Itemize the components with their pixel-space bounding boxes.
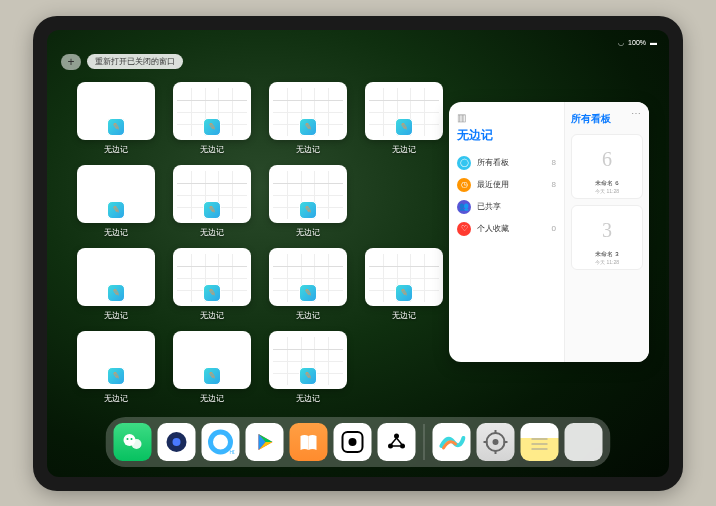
window-card[interactable]: 无边记 [171,165,253,238]
app-badge-icon [203,201,221,219]
sidebar-item[interactable]: ◷最近使用8 [457,174,556,196]
battery-label: 100% [628,39,646,46]
app-badge-icon [107,201,125,219]
board-sketch: 3 [576,214,638,248]
board-date: 今天 11:28 [576,259,638,265]
window-card[interactable]: 无边记 [267,82,349,155]
app-library-icon[interactable] [565,423,603,461]
window-thumb [77,165,155,223]
window-thumb [269,82,347,140]
window-thumb [173,331,251,389]
svg-point-9 [349,438,357,446]
settings-icon[interactable] [477,423,515,461]
sidebar-item-count: 0 [552,224,556,233]
board-label: 未命名 3 [576,250,638,259]
app-badge-icon [299,367,317,385]
reopen-closed-window-button[interactable]: 重新打开已关闭的窗口 [87,54,183,69]
sidebar-item-label: 个人收藏 [477,223,509,234]
new-window-button[interactable]: + [61,54,81,70]
status-right: ◡ 100% ▬ [618,39,657,47]
app-badge-icon [107,118,125,136]
board-card[interactable]: 6未命名 6今天 11:28 [571,134,643,199]
app-badge-icon [107,284,125,302]
window-thumb [269,165,347,223]
app-badge-icon [203,367,221,385]
dock: HD [106,417,611,467]
sidebar-item-label: 所有看板 [477,157,509,168]
window-label: 无边记 [296,310,320,321]
window-card[interactable]: 无边记 [363,82,445,155]
window-card[interactable]: 无边记 [267,165,349,238]
sidebar-collapse-icon[interactable]: ▥ [457,112,556,123]
window-thumb [173,165,251,223]
qq-dark-icon[interactable] [158,423,196,461]
window-card[interactable]: 无边记 [171,82,253,155]
sidebar-item-icon: ♡ [457,222,471,236]
books-icon[interactable] [290,423,328,461]
window-card[interactable]: 无边记 [363,248,445,321]
svg-point-14 [493,439,499,445]
window-label: 无边记 [200,310,224,321]
svg-point-3 [131,438,133,440]
ipad-frame: ◡ 100% ▬ + 重新打开已关闭的窗口 无边记无边记无边记无边记无边记无边记… [33,16,683,491]
svg-text:HD: HD [230,449,235,455]
window-card[interactable]: 无边记 [171,331,253,404]
window-label: 无边记 [104,227,128,238]
window-card[interactable]: 无边记 [75,248,157,321]
slideover-panel: ⋯ ▥ 无边记 ◯所有看板8◷最近使用8👥已共享♡个人收藏0 所有看板 6未命名… [449,102,649,362]
window-thumb [173,248,251,306]
svg-point-6 [211,432,231,452]
ipad-screen: ◡ 100% ▬ + 重新打开已关闭的窗口 无边记无边记无边记无边记无边记无边记… [47,30,669,477]
battery-icon: ▬ [650,39,657,46]
wifi-icon: ◡ [618,39,624,47]
window-label: 无边记 [296,393,320,404]
notes-icon[interactable] [521,423,559,461]
svg-point-2 [127,438,129,440]
app-badge-icon [299,118,317,136]
cluster-icon[interactable] [378,423,416,461]
app-badge-icon [395,118,413,136]
window-thumb [77,82,155,140]
app-badge-icon [203,284,221,302]
windows-area: 无边记无边记无边记无边记无边记无边记无边记无边记无边记无边记无边记无边记无边记无… [75,82,445,404]
dock-separator [424,424,425,460]
panel-more-icon[interactable]: ⋯ [631,108,641,119]
window-label: 无边记 [296,144,320,155]
board-card[interactable]: 3未命名 3今天 11:28 [571,205,643,270]
svg-point-1 [132,439,142,449]
sidebar-item-icon: ◷ [457,178,471,192]
window-label: 无边记 [200,393,224,404]
board-sketch: 6 [576,143,638,177]
sidebar-item[interactable]: ♡个人收藏0 [457,218,556,240]
app-badge-icon [299,201,317,219]
window-card[interactable]: 无边记 [267,331,349,404]
dice-icon[interactable] [334,423,372,461]
sidebar-item-icon: ◯ [457,156,471,170]
sidebar-item-label: 已共享 [477,201,501,212]
window-thumb [365,82,443,140]
app-badge-icon [395,284,413,302]
window-label: 无边记 [392,310,416,321]
app-badge-icon [107,367,125,385]
window-thumb [269,248,347,306]
window-card[interactable]: 无边记 [75,331,157,404]
wechat-icon[interactable] [114,423,152,461]
sidebar-item-icon: 👥 [457,200,471,214]
freeform-icon[interactable] [433,423,471,461]
sidebar-item[interactable]: ◯所有看板8 [457,152,556,174]
qq-light-icon[interactable]: HD [202,423,240,461]
window-card[interactable]: 无边记 [75,82,157,155]
window-thumb [269,331,347,389]
sidebar-item[interactable]: 👥已共享 [457,196,556,218]
window-label: 无边记 [392,144,416,155]
window-thumb [77,248,155,306]
play-icon[interactable] [246,423,284,461]
window-card[interactable]: 无边记 [171,248,253,321]
window-card[interactable]: 无边记 [267,248,349,321]
sidebar-item-label: 最近使用 [477,179,509,190]
window-label: 无边记 [200,227,224,238]
window-label: 无边记 [104,310,128,321]
window-card[interactable]: 无边记 [75,165,157,238]
board-date: 今天 11:28 [576,188,638,194]
window-thumb [365,248,443,306]
